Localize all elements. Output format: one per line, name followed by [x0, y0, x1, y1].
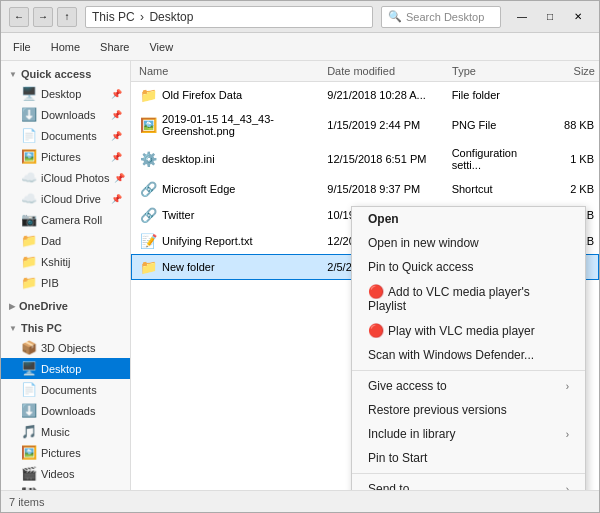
shortcut-icon: 🔗 — [140, 181, 157, 197]
quick-access-header[interactable]: ▼ Quick access — [1, 65, 130, 83]
table-row[interactable]: ⚙️desktop.ini 12/15/2018 6:51 PM Configu… — [131, 142, 599, 176]
3d-objects-icon: 📦 — [21, 340, 37, 355]
vlc-icon: 🔴 — [368, 284, 384, 299]
status-text: 7 items — [9, 496, 44, 508]
sidebar-item-downloads-qa[interactable]: ⬇️ Downloads 📌 — [1, 104, 130, 125]
sidebar-item-pictures-pc[interactable]: 🖼️ Pictures — [1, 442, 130, 463]
dad-folder-icon: 📁 — [21, 233, 37, 248]
submenu-arrow-icon2: › — [566, 429, 569, 440]
pictures-pc-icon: 🖼️ — [21, 445, 37, 460]
new-folder-icon: 📁 — [140, 259, 157, 275]
title-bar: ← → ↑ This PC › Desktop 🔍 Search Desktop… — [1, 1, 599, 33]
ctx-pin-start[interactable]: Pin to Start — [352, 446, 585, 470]
sidebar-item-3d-objects[interactable]: 📦 3D Objects — [1, 337, 130, 358]
sidebar-item-icloud-drive[interactable]: ☁️ iCloud Drive 📌 — [1, 188, 130, 209]
col-header-date[interactable]: Date modified — [323, 63, 448, 79]
this-pc-header[interactable]: ▼ This PC — [1, 319, 130, 337]
vlc-icon2: 🔴 — [368, 323, 384, 338]
col-header-type[interactable]: Type — [448, 63, 548, 79]
toolbar-file[interactable]: File — [9, 39, 35, 55]
pin-icon3: 📌 — [111, 131, 122, 141]
chevron-down-icon2: ▼ — [9, 324, 17, 333]
sidebar-item-documents-qa[interactable]: 📄 Documents 📌 — [1, 125, 130, 146]
ctx-pin-quick-access[interactable]: Pin to Quick access — [352, 255, 585, 279]
sidebar-item-videos[interactable]: 🎬 Videos — [1, 463, 130, 484]
videos-icon: 🎬 — [21, 466, 37, 481]
window-controls: — □ ✕ — [509, 7, 591, 27]
sidebar-item-desktop-pc[interactable]: 🖥️ Desktop — [1, 358, 130, 379]
col-header-name[interactable]: Name — [131, 63, 323, 79]
pin-icon: 📌 — [111, 89, 122, 99]
search-icon: 🔍 — [388, 10, 402, 23]
close-button[interactable]: ✕ — [565, 7, 591, 27]
col-header-size[interactable]: Size — [548, 63, 599, 79]
quick-access-section: ▼ Quick access 🖥️ Desktop 📌 ⬇️ Downloads… — [1, 65, 130, 293]
folder-icon: 📁 — [140, 87, 157, 103]
main-content: ▼ Quick access 🖥️ Desktop 📌 ⬇️ Downloads… — [1, 61, 599, 490]
pin-icon6: 📌 — [111, 194, 122, 204]
sidebar-item-music[interactable]: 🎵 Music — [1, 421, 130, 442]
sidebar-item-dad[interactable]: 📁 Dad — [1, 230, 130, 251]
desktop-pc-icon: 🖥️ — [21, 361, 37, 376]
txt-icon: 📝 — [140, 233, 157, 249]
chevron-down-icon: ▼ — [9, 70, 17, 79]
icloud-drive-icon: ☁️ — [21, 191, 37, 206]
ctx-open-new-window[interactable]: Open in new window — [352, 231, 585, 255]
sidebar: ▼ Quick access 🖥️ Desktop 📌 ⬇️ Downloads… — [1, 61, 131, 490]
table-row[interactable]: 🖼️2019-01-15 14_43_43-Greenshot.png 1/15… — [131, 108, 599, 142]
search-bar[interactable]: 🔍 Search Desktop — [381, 6, 501, 28]
submenu-arrow-icon: › — [566, 381, 569, 392]
chevron-right-icon: ▶ — [9, 302, 15, 311]
table-row[interactable]: 📁Old Firefox Data 9/21/2018 10:28 A... F… — [131, 82, 599, 108]
sidebar-item-pib[interactable]: 📁 PIB — [1, 272, 130, 293]
back-button[interactable]: ← — [9, 7, 29, 27]
ctx-include-library[interactable]: Include in library › — [352, 422, 585, 446]
up-button[interactable]: ↑ — [57, 7, 77, 27]
sidebar-item-documents-pc[interactable]: 📄 Documents — [1, 379, 130, 400]
quick-access-label: Quick access — [21, 68, 91, 80]
twitter-icon: 🔗 — [140, 207, 157, 223]
kshitij-folder-icon: 📁 — [21, 254, 37, 269]
downloads-icon: ⬇️ — [21, 107, 37, 122]
table-row[interactable]: 🔗Microsoft Edge 9/15/2018 9:37 PM Shortc… — [131, 176, 599, 202]
this-pc-section: ▼ This PC 📦 3D Objects 🖥️ Desktop 📄 Docu… — [1, 319, 130, 490]
toolbar-view[interactable]: View — [145, 39, 177, 55]
toolbar-home[interactable]: Home — [47, 39, 84, 55]
png-icon: 🖼️ — [140, 117, 157, 133]
ctx-scan-defender[interactable]: Scan with Windows Defender... — [352, 343, 585, 367]
sidebar-item-desktop-qa[interactable]: 🖥️ Desktop 📌 — [1, 83, 130, 104]
this-pc-label: This PC — [21, 322, 62, 334]
ctx-send-to[interactable]: Send to › — [352, 477, 585, 490]
address-bar[interactable]: This PC › Desktop — [85, 6, 373, 28]
submenu-arrow-icon3: › — [566, 484, 569, 491]
ctx-divider2 — [352, 473, 585, 474]
ctx-vlc-playlist[interactable]: 🔴Add to VLC media player's Playlist — [352, 279, 585, 318]
forward-button[interactable]: → — [33, 7, 53, 27]
sidebar-item-pictures-qa[interactable]: 🖼️ Pictures 📌 — [1, 146, 130, 167]
sidebar-item-icloud-photos[interactable]: ☁️ iCloud Photos 📌 — [1, 167, 130, 188]
maximize-button[interactable]: □ — [537, 7, 563, 27]
search-placeholder: Search Desktop — [406, 11, 484, 23]
sidebar-item-downloads-pc[interactable]: ⬇️ Downloads — [1, 400, 130, 421]
icloud-photos-icon: ☁️ — [21, 170, 37, 185]
address-path: This PC › Desktop — [92, 10, 193, 24]
ctx-give-access[interactable]: Give access to › — [352, 374, 585, 398]
toolbar-share[interactable]: Share — [96, 39, 133, 55]
file-list-header: Name Date modified Type Size — [131, 61, 599, 82]
ctx-vlc-play[interactable]: 🔴Play with VLC media player — [352, 318, 585, 343]
onedrive-label: OneDrive — [19, 300, 68, 312]
status-bar: 7 items — [1, 490, 599, 512]
ini-icon: ⚙️ — [140, 151, 157, 167]
downloads-pc-icon: ⬇️ — [21, 403, 37, 418]
file-area: Name Date modified Type Size 📁Old Firefo… — [131, 61, 599, 490]
documents-pc-icon: 📄 — [21, 382, 37, 397]
sidebar-item-camera-roll[interactable]: 📷 Camera Roll — [1, 209, 130, 230]
ctx-open[interactable]: Open — [352, 207, 585, 231]
onedrive-section: ▶ OneDrive — [1, 297, 130, 315]
documents-icon: 📄 — [21, 128, 37, 143]
ctx-restore-versions[interactable]: Restore previous versions — [352, 398, 585, 422]
minimize-button[interactable]: — — [509, 7, 535, 27]
sidebar-item-kshitij[interactable]: 📁 Kshitij — [1, 251, 130, 272]
ctx-divider1 — [352, 370, 585, 371]
onedrive-header[interactable]: ▶ OneDrive — [1, 297, 130, 315]
